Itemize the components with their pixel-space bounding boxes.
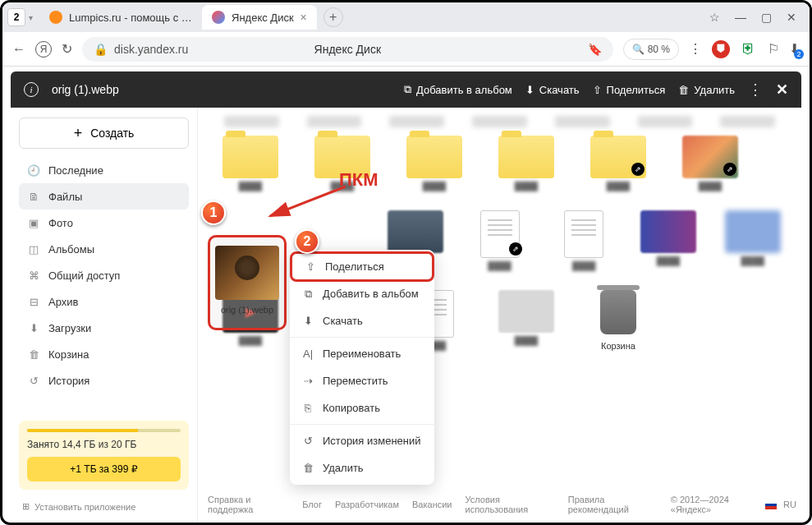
shared-icon: ⌘ bbox=[27, 269, 40, 282]
share-button[interactable]: ⇧Поделиться bbox=[593, 84, 666, 96]
tab-label: Яндекс Диск bbox=[232, 12, 294, 24]
nav-albums[interactable]: ◫Альбомы bbox=[19, 236, 189, 262]
menu-dots[interactable]: ⋮ bbox=[689, 41, 702, 57]
footer-jobs[interactable]: Вакансии bbox=[412, 500, 452, 509]
footer-lang[interactable]: RU bbox=[783, 500, 796, 509]
zoom-indicator[interactable]: 🔍 80 % bbox=[623, 39, 679, 60]
create-label: Создать bbox=[90, 127, 134, 140]
trash-item[interactable]: Корзина bbox=[582, 290, 654, 351]
footer-rules[interactable]: Правила рекомендаций bbox=[568, 495, 658, 514]
footer: Справка и поддержка Блог Разработчикам В… bbox=[208, 495, 796, 514]
download-icon: ⬇ bbox=[525, 84, 534, 96]
nav-archive[interactable]: ⊟Архив bbox=[19, 288, 189, 315]
downloads-icon[interactable]: ⬇ bbox=[789, 41, 800, 57]
upgrade-button[interactable]: +1 ТБ за 399 ₽ bbox=[27, 457, 181, 481]
yandex-home[interactable]: Я bbox=[35, 41, 52, 58]
nav-trash[interactable]: 🗑Корзина bbox=[19, 341, 189, 367]
copy-icon: ⎘ bbox=[301, 402, 314, 414]
folder-item[interactable]: ⇗████ bbox=[582, 136, 654, 191]
clock-icon: 🕘 bbox=[27, 164, 40, 177]
browser-tab-active[interactable]: Яндекс Диск × bbox=[202, 5, 317, 30]
ctx-move[interactable]: ⇢Переместить bbox=[290, 367, 434, 394]
install-icon: ⊞ bbox=[22, 501, 30, 512]
tab-counter[interactable]: 2 bbox=[7, 8, 25, 26]
annotation-pkm: ПКМ bbox=[339, 169, 378, 191]
nav-reload[interactable]: ↻ bbox=[62, 41, 72, 57]
annotation-marker-1: 1 bbox=[201, 200, 226, 225]
selected-file[interactable]: orig (1).webp bbox=[208, 235, 287, 330]
file-thumbnail bbox=[215, 246, 279, 300]
window-maximize[interactable]: ▢ bbox=[761, 11, 772, 24]
bookmarks-icon[interactable]: ☆ bbox=[709, 11, 720, 24]
file-name: orig (1).webp bbox=[221, 305, 273, 315]
ctx-history[interactable]: ↺История изменений bbox=[290, 427, 434, 454]
file-item[interactable]: ████ bbox=[552, 210, 617, 270]
album-icon: ◫ bbox=[27, 243, 40, 256]
tab-close-icon[interactable]: × bbox=[300, 11, 307, 24]
add-album-icon: ⧉ bbox=[301, 288, 314, 301]
url-input[interactable]: 🔒 disk.yandex.ru Яндекс Диск 🔖 bbox=[82, 37, 613, 62]
close-actionbar[interactable]: ✕ bbox=[776, 81, 788, 99]
main-area: + Создать 🕘Последние 🗎Файлы ▣Фото ◫Альбо… bbox=[11, 108, 801, 525]
folder-item[interactable]: ████ bbox=[490, 136, 562, 191]
selected-filename: orig (1).webp bbox=[52, 83, 119, 96]
nav-files[interactable]: 🗎Файлы bbox=[19, 183, 189, 210]
folder-item[interactable]: ████ bbox=[214, 136, 287, 191]
file-item[interactable]: ████ bbox=[636, 210, 701, 270]
window-minimize[interactable]: — bbox=[735, 11, 746, 24]
favicon-yadisk bbox=[212, 11, 225, 24]
sidebar: + Создать 🕘Последние 🗎Файлы ▣Фото ◫Альбо… bbox=[11, 108, 198, 525]
footer-dev[interactable]: Разработчикам bbox=[335, 500, 399, 509]
delete-icon: 🗑 bbox=[301, 462, 314, 474]
file-item[interactable]: ████ bbox=[720, 210, 785, 270]
lock-icon: 🔒 bbox=[94, 43, 108, 56]
share-icon: ⇧ bbox=[304, 260, 317, 273]
footer-support[interactable]: Справка и поддержка bbox=[208, 495, 289, 514]
tab-dropdown[interactable]: ▾ bbox=[29, 13, 33, 22]
more-actions[interactable]: ⋮ bbox=[748, 81, 763, 99]
extensions-icon[interactable]: ⚐ bbox=[768, 41, 779, 57]
nav-recent[interactable]: 🕘Последние bbox=[19, 157, 189, 183]
ctx-download[interactable]: ⬇Скачать bbox=[290, 307, 434, 334]
folder-item[interactable]: ████ bbox=[398, 136, 470, 191]
info-icon[interactable]: i bbox=[24, 82, 39, 97]
storage-text: Занято 14,4 ГБ из 20 ГБ bbox=[27, 439, 181, 450]
footer-blog[interactable]: Блог bbox=[302, 500, 322, 509]
favicon-lumpics bbox=[49, 11, 62, 24]
storage-widget: Занято 14,4 ГБ из 20 ГБ +1 ТБ за 399 ₽ bbox=[19, 421, 189, 490]
adblock-icon[interactable]: ⛊ bbox=[712, 40, 730, 58]
browser-tab[interactable]: Lumpics.ru - помощь с ком bbox=[39, 5, 202, 30]
install-app-link[interactable]: ⊞Установить приложение bbox=[19, 496, 189, 517]
create-button[interactable]: + Создать bbox=[19, 117, 189, 149]
add-to-album-button[interactable]: ⧉Добавить в альбом bbox=[404, 83, 512, 96]
url-host: disk.yandex.ru bbox=[114, 43, 188, 56]
share-badge-icon: ⇗ bbox=[509, 242, 522, 256]
window-close[interactable]: ✕ bbox=[787, 11, 796, 24]
download-icon: ⬇ bbox=[301, 315, 314, 327]
ctx-share[interactable]: ⇧Поделиться bbox=[290, 251, 434, 282]
ctx-add-album[interactable]: ⧉Добавить в альбом bbox=[290, 280, 434, 307]
page-title: Яндекс Диск bbox=[314, 43, 381, 56]
file-item[interactable]: ⇗████ bbox=[467, 210, 532, 270]
footer-terms[interactable]: Условия использования bbox=[466, 495, 555, 514]
nav-downloads[interactable]: ⬇Загрузки bbox=[19, 315, 189, 341]
nav-history[interactable]: ↺История bbox=[19, 367, 189, 394]
footer-copyright: © 2012—2024 «Яндекс» bbox=[671, 495, 759, 514]
flag-ru-icon bbox=[765, 500, 777, 509]
bookmark-icon[interactable]: 🔖 bbox=[588, 43, 602, 56]
browser-addressbar: ← Я ↻ 🔒 disk.yandex.ru Яндекс Диск 🔖 🔍 8… bbox=[2, 32, 810, 67]
nav-shared[interactable]: ⌘Общий доступ bbox=[19, 262, 189, 288]
new-tab-button[interactable]: + bbox=[323, 7, 343, 27]
ctx-copy[interactable]: ⎘Копировать bbox=[290, 394, 434, 421]
delete-button[interactable]: 🗑Удалить bbox=[678, 84, 735, 96]
nav-photo[interactable]: ▣Фото bbox=[19, 210, 189, 236]
download-button[interactable]: ⬇Скачать bbox=[525, 84, 580, 96]
zoom-icon: 🔍 bbox=[632, 44, 645, 55]
trash-nav-icon: 🗑 bbox=[27, 348, 40, 361]
nav-back[interactable]: ← bbox=[12, 42, 25, 57]
file-item[interactable]: ████ bbox=[490, 290, 562, 351]
ctx-delete[interactable]: 🗑Удалить bbox=[290, 454, 434, 481]
file-item[interactable]: ⇗████ bbox=[674, 136, 746, 191]
ctx-rename[interactable]: A|Переименовать bbox=[290, 340, 434, 367]
protect-icon[interactable]: ⛨ bbox=[740, 40, 758, 58]
